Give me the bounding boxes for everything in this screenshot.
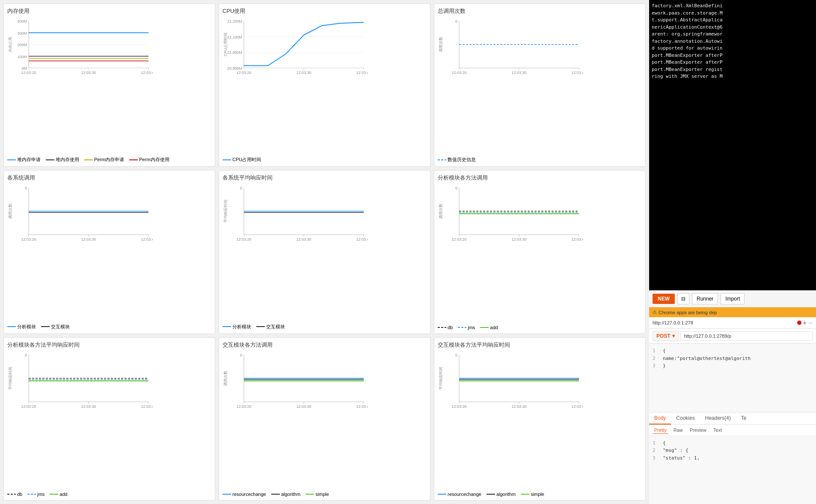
legend-line-color [438, 159, 446, 160]
view-tab-pretty[interactable]: Pretty [653, 427, 668, 434]
svg-text:12:03:20: 12:03:20 [21, 71, 36, 75]
code-line: 1{ [653, 347, 813, 355]
terminal-line: ring with JMX server as M [652, 73, 813, 80]
chart-title: 交互模块各方法调用 [223, 341, 427, 349]
view-tab-text[interactable]: Text [712, 427, 724, 434]
svg-text:12:03:40: 12:03:40 [141, 404, 153, 409]
chart-total-calls: 总调用次数12:03:2012:03:3012:03:400调用次数数值历史信息 [434, 3, 646, 167]
legend-item: 数值历史信息 [438, 156, 476, 163]
svg-text:CPU占用时间: CPU占用时间 [223, 32, 228, 56]
method-bar: POST ▾ http://127.0.0.1:2789/p [649, 329, 816, 344]
svg-text:12:03:20: 12:03:20 [451, 71, 466, 75]
legend-label: 堆内存使用 [56, 156, 79, 163]
svg-text:12:03:30: 12:03:30 [511, 404, 526, 409]
line-content: { [663, 439, 666, 447]
legend-label: jms [468, 325, 475, 330]
request-body-editor[interactable]: 1{2name:"portal@othertest@algorith3} [649, 344, 816, 413]
legend-label: 数值历史信息 [448, 156, 476, 163]
svg-text:12:03:30: 12:03:30 [81, 237, 96, 242]
add-tab-button[interactable]: + [803, 319, 807, 326]
line-number: 3 [653, 454, 659, 462]
warning-icon: ⚠ [653, 309, 657, 315]
new-button[interactable]: NEW [653, 294, 675, 304]
request-url-input[interactable]: http://127.0.0.1:2789/p [680, 331, 813, 341]
method-dropdown-icon: ▾ [672, 333, 675, 339]
response-tab-cookies[interactable]: Cookies [671, 413, 700, 424]
chart-cpu-usage: CPU使用12:03:2012:03:3012:03:4021,200M21,1… [219, 3, 430, 167]
chart-interact-method-calls: 交互模块各方法调用12:03:2012:03:3012:03:400调用次数re… [219, 337, 430, 501]
legend-label: db [448, 325, 453, 330]
legend-line-color [129, 159, 138, 160]
terminal-line: factory.xml.XmlBeanDefini [652, 3, 813, 10]
terminal: factory.xml.XmlBeanDefiniework.paas.core… [649, 0, 816, 290]
legend-item: algorithm [487, 492, 516, 497]
legend-line-color [306, 494, 314, 495]
legend-label: 分析模块 [232, 324, 251, 330]
chart-legend: 堆内存申请堆内存使用Perm内存申请Perm内存使用 [7, 156, 211, 163]
legend-line-color [480, 327, 489, 328]
chart-legend: CPU占用时间 [223, 156, 427, 163]
chart-area: 12:03:2012:03:3012:03:400调用次数 [438, 17, 642, 154]
line-number: 3 [653, 362, 659, 370]
line-number: 1 [653, 347, 659, 355]
chart-area: 12:03:2012:03:3012:03:40400M300M200M100M… [7, 17, 211, 154]
method-select[interactable]: POST ▾ [653, 331, 679, 341]
chart-title: 总调用次数 [438, 7, 642, 15]
response-tab-headers[interactable]: Headers(4) [700, 413, 736, 424]
response-tab-body[interactable]: Body [649, 413, 671, 424]
legend-line-color [41, 326, 50, 327]
legend-item: add [480, 325, 498, 330]
svg-text:平均响应时间: 平均响应时间 [439, 367, 443, 390]
view-tab-preview[interactable]: Preview [688, 427, 708, 434]
response-tab-te[interactable]: Te [736, 413, 752, 424]
legend-label: Perm内存使用 [139, 156, 169, 163]
svg-text:12:03:40: 12:03:40 [571, 404, 583, 409]
legend-line-color [271, 494, 280, 495]
connection-status-dot [797, 321, 801, 325]
svg-text:12:03:30: 12:03:30 [296, 71, 311, 75]
response-tabs: BodyCookiesHeaders(4)Te [649, 413, 816, 425]
layout-icon-button[interactable]: ⊟ [677, 293, 689, 304]
chart-title: CPU使用 [223, 7, 427, 15]
more-options-button[interactable]: ··· [808, 320, 813, 326]
legend-label: CPU占用时间 [232, 156, 261, 163]
svg-text:平均响应时间: 平均响应时间 [8, 367, 12, 390]
terminal-line: arent: org.springframewor [652, 31, 813, 38]
line-content: "status" : 1, [663, 454, 700, 462]
view-tab-raw[interactable]: Raw [672, 427, 685, 434]
chart-title: 分析模块各方法调用 [438, 174, 642, 182]
terminal-line: d supported for autowirin [652, 45, 813, 52]
svg-text:12:03:40: 12:03:40 [356, 237, 368, 242]
runner-button[interactable]: Runner [692, 293, 718, 304]
postman-panel: NEW ⊟ Runner Import ⚠ Chrome apps are be… [649, 290, 816, 504]
line-number: 2 [653, 355, 659, 363]
svg-text:21,100M: 21,100M [227, 35, 242, 39]
legend-line-color [438, 494, 446, 495]
legend-item: 交互模块 [41, 324, 70, 330]
line-number: 1 [653, 439, 659, 447]
legend-line-color [27, 494, 36, 495]
svg-text:12:03:40: 12:03:40 [356, 71, 368, 75]
url-bar: http://127.0.0.1:278 + ··· [649, 317, 816, 329]
chart-title: 分析模块各方法平均响应时间 [7, 341, 211, 349]
legend-label: simple [315, 492, 329, 497]
svg-text:12:03:20: 12:03:20 [21, 404, 36, 409]
legend-line-color [487, 494, 495, 495]
response-code-line: 3 "status" : 1, [653, 454, 813, 462]
svg-text:12:03:20: 12:03:20 [236, 404, 251, 409]
svg-text:12:03:30: 12:03:30 [296, 237, 311, 242]
legend-item: 分析模块 [7, 324, 36, 330]
warning-text: Chrome apps are being dep [659, 310, 717, 315]
chart-area: 12:03:2012:03:3012:03:400调用次数 [223, 351, 427, 489]
legend-item: CPU占用时间 [223, 156, 261, 163]
right-panel: factory.xml.XmlBeanDefiniework.paas.core… [649, 0, 816, 504]
legend-line-color [521, 494, 529, 495]
legend-line-color [438, 327, 446, 328]
chrome-warning-bar: ⚠ Chrome apps are being dep [649, 307, 816, 317]
svg-text:内存占用: 内存占用 [8, 37, 12, 52]
legend-line-color [7, 159, 16, 160]
chart-analysis-method-calls: 分析模块各方法调用12:03:2012:03:3012:03:400调用次数db… [434, 170, 646, 333]
svg-text:20,900M: 20,900M [227, 66, 242, 71]
import-button[interactable]: Import [721, 293, 745, 304]
legend-line-color [50, 494, 58, 495]
